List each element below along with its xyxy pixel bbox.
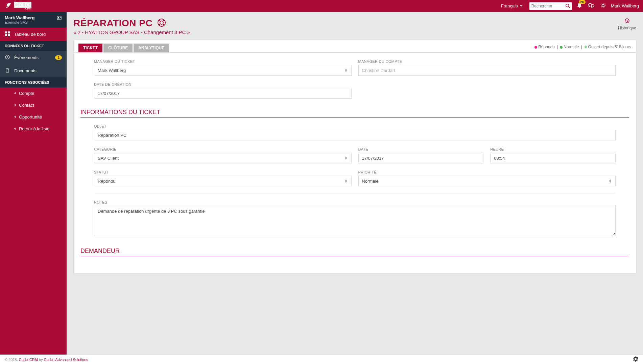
divider (94, 193, 616, 193)
field-notes[interactable] (94, 206, 616, 236)
history-label: Historique (618, 26, 636, 30)
creation-date-value: 17/07/2017 (98, 91, 120, 96)
nav-back-to-list[interactable]: Retour à la liste (0, 123, 67, 135)
label-date: DATE (358, 147, 484, 151)
language-selector[interactable]: Français (501, 3, 523, 8)
nav-documents[interactable]: Documents (0, 64, 67, 77)
document-icon (5, 68, 10, 74)
label-priority: PRIORITÉ (358, 170, 616, 174)
field-creation-date[interactable]: 17/07/2017 (94, 88, 352, 99)
date-value: 17/07/2017 (362, 156, 384, 161)
page-title: RÉPARATION PC (73, 18, 152, 29)
svg-line-8 (604, 7, 605, 7)
brightness-icon (600, 3, 606, 8)
expand-icon: ✥ (584, 45, 587, 49)
colibri-logo-icon (4, 2, 12, 10)
topbar: Colibri CRM Français 20 (0, 0, 643, 12)
svg-line-1 (568, 6, 570, 8)
select-ticket-manager[interactable]: Mark Wallberg ▲▼ (94, 65, 352, 76)
nav-documents-label: Documents (14, 68, 37, 73)
sidebar-user-block: Mark Wallberg Exemple SAS (0, 12, 67, 28)
top-icons: 20 (577, 2, 606, 9)
svg-line-24 (159, 24, 160, 25)
dashboard-icon (5, 31, 10, 37)
history-button[interactable]: Historique (618, 18, 636, 30)
svg-line-25 (163, 24, 164, 25)
chevron-left-icon (14, 115, 16, 119)
svg-line-7 (601, 4, 602, 4)
form-body: MANAGER DU TICKET Mark Wallberg ▲▼ MANAG… (74, 53, 636, 273)
field-date[interactable]: 17/07/2017 (358, 153, 484, 163)
label-status: STATUT (94, 170, 352, 174)
sidebar: Mark Wallberg Exemple SAS (0, 12, 67, 355)
select-priority[interactable]: Normale ▲▼ (358, 176, 616, 186)
settings-button[interactable] (600, 3, 606, 9)
notifications-button[interactable]: 20 (577, 3, 582, 9)
sidebar-username: Mark Wallberg (5, 15, 34, 20)
nav-contact[interactable]: Contact (0, 99, 67, 111)
chevron-down-icon (520, 3, 523, 8)
content-panel: TICKET CLÔTURE ANALYTIQUE Répondu | Norm… (73, 40, 636, 274)
label-account-manager: MANAGER DU COMPTE (358, 59, 616, 63)
history-icon (618, 18, 636, 25)
svg-line-22 (159, 20, 160, 21)
nav-account-label: Compte (19, 91, 34, 96)
gear-icon[interactable] (633, 356, 638, 363)
search-icon[interactable] (565, 3, 570, 9)
label-ticket-manager: MANAGER DU TICKET (94, 59, 352, 63)
nav-back-label: Retour à la liste (19, 126, 49, 131)
chat-icon (588, 2, 594, 8)
nav-account[interactable]: Compte (0, 87, 67, 99)
status-dot-priority (560, 46, 563, 49)
nav-events[interactable]: Événements 1 (0, 51, 67, 64)
status-open-since: Ouvert depuis 518 jours (588, 45, 631, 49)
field-account-manager: Christine Dardart (358, 65, 616, 76)
select-arrows-icon: ▲▼ (344, 156, 348, 160)
field-object[interactable]: Réparation PC (94, 130, 616, 140)
nav-opportunity[interactable]: Opportunité (0, 111, 67, 123)
field-time[interactable]: 08:54 (490, 153, 616, 163)
chevron-left-icon (14, 127, 16, 131)
label-creation-date: DATE DE CRÉATION (94, 82, 352, 86)
tab-closure[interactable]: CLÔTURE (103, 44, 133, 52)
breadcrumb[interactable]: « 2 - HYATTOS GROUP SAS - Changement 3 P… (73, 29, 190, 35)
status-priority: Normale (564, 45, 579, 49)
tabs-row: TICKET CLÔTURE ANALYTIQUE Répondu | Norm… (74, 40, 636, 53)
tab-analytic[interactable]: ANALYTIQUE (134, 44, 169, 52)
events-badge: 1 (55, 55, 62, 60)
nav-section-functions: FONCTIONS ASSOCIÉES (0, 77, 67, 87)
user-card-icon[interactable] (56, 15, 62, 22)
svg-rect-17 (5, 34, 7, 36)
footer-brand-link[interactable]: ColibriCRM (19, 358, 38, 362)
status-value: Répondu (98, 179, 116, 184)
footer-company-link[interactable]: Colibri Advanced Solutions (44, 358, 88, 362)
section-requester: DEMANDEUR (80, 248, 629, 256)
username-menu[interactable]: Mark Wallberg (611, 3, 639, 8)
language-label: Français (501, 3, 518, 8)
svg-line-10 (604, 4, 605, 4)
nav-contact-label: Contact (19, 103, 34, 108)
messages-button[interactable] (588, 2, 594, 9)
footer-copyright: © 2018. (5, 358, 19, 362)
logo[interactable]: Colibri CRM (4, 2, 31, 10)
time-value: 08:54 (494, 156, 505, 161)
status-pills: Répondu | Normale | ✥Ouvert depuis 518 j… (534, 45, 631, 51)
label-object: OBJET (94, 124, 616, 128)
label-notes: NOTES (94, 200, 616, 204)
svg-line-23 (163, 20, 164, 21)
page-header: RÉPARATION PC « 2 - HYATTOS GROUP SAS - … (67, 12, 643, 40)
lifebuoy-icon (157, 18, 166, 28)
nav-dashboard[interactable]: Tableau de bord (0, 28, 67, 41)
notifications-badge: 20 (579, 0, 586, 4)
account-manager-value: Christine Dardart (362, 68, 395, 73)
tab-ticket[interactable]: TICKET (78, 44, 102, 52)
nav-opportunity-label: Opportunité (19, 114, 42, 120)
svg-rect-16 (8, 31, 10, 33)
svg-point-0 (566, 4, 569, 7)
nav-dashboard-label: Tableau de bord (14, 32, 46, 37)
select-status[interactable]: Répondu ▲▼ (94, 176, 352, 186)
footer-by: by (38, 358, 44, 362)
svg-line-9 (601, 7, 602, 7)
select-category[interactable]: SAV Client ▲▼ (94, 153, 352, 163)
sidebar-org: Exemple SAS (5, 20, 34, 24)
